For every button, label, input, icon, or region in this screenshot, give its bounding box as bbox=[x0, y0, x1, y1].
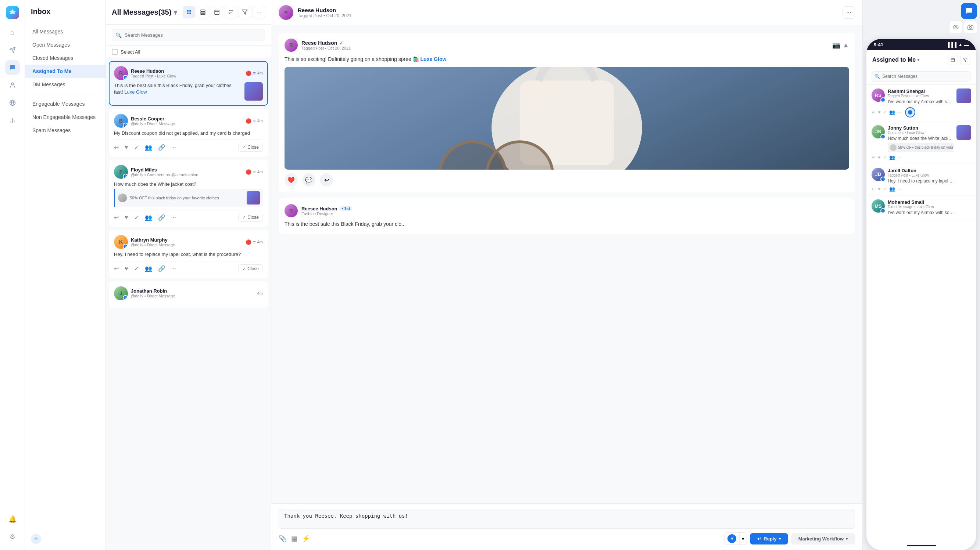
phone-more-2[interactable]: ··· bbox=[897, 155, 901, 160]
phone-like-3[interactable]: ♥ bbox=[878, 186, 881, 192]
sidebar-settings-icon[interactable]: ⚙ bbox=[5, 529, 20, 544]
message-card-5[interactable]: J f Jonathan Robin @dolly • Direct Messa… bbox=[109, 281, 268, 307]
attachment-icon[interactable]: 📎 bbox=[278, 534, 287, 543]
phone-msg-item-2[interactable]: JS f Jonny Sutton Comment • Luxe Glow Ho… bbox=[866, 122, 976, 164]
conv-more-button[interactable]: ··· bbox=[843, 6, 855, 19]
message-card-1[interactable]: R f Reese Hudson Tagged Post • Luxe Glow… bbox=[109, 61, 268, 106]
phone-more-1[interactable]: ··· bbox=[897, 109, 901, 115]
app-logo bbox=[6, 6, 19, 19]
nav-item-assigned[interactable]: Assigned To Me bbox=[25, 65, 105, 78]
add-view-button[interactable]: + bbox=[31, 534, 100, 544]
reply-button[interactable]: ↩ Reply ▾ bbox=[750, 533, 788, 545]
view-compact-button[interactable] bbox=[197, 6, 209, 18]
phone-assign-2[interactable]: 👥 bbox=[889, 155, 895, 160]
nav-item-non-engageable[interactable]: Non Engageable Messages bbox=[25, 111, 105, 124]
phone-msg-item-4[interactable]: MS f Mohamad Small Direct Message • Luxe… bbox=[866, 196, 976, 220]
link-action-3[interactable]: 🔗 bbox=[158, 214, 165, 221]
nav-item-dm[interactable]: DM Messages bbox=[25, 78, 105, 91]
phone-check-1[interactable]: ✓ bbox=[883, 109, 887, 115]
link-action-2[interactable]: 🔗 bbox=[158, 144, 165, 151]
phone-cursor-1[interactable] bbox=[905, 107, 915, 117]
sidebar-messages-icon[interactable] bbox=[5, 60, 20, 75]
search-input[interactable] bbox=[112, 29, 265, 41]
like-action-3[interactable]: ♥ bbox=[125, 214, 128, 221]
reply-action-4[interactable]: ↩ bbox=[114, 265, 119, 272]
check-action-2[interactable]: ✓ bbox=[134, 144, 139, 151]
priority-icon-3: 🔴 bbox=[245, 169, 251, 175]
more-action-3[interactable]: ··· bbox=[171, 214, 176, 221]
more-options-button[interactable]: ··· bbox=[253, 6, 265, 18]
assign-action-3[interactable]: 👥 bbox=[145, 214, 152, 221]
sidebar-globe-icon[interactable] bbox=[5, 95, 20, 110]
phone-time: 9:41 bbox=[874, 42, 883, 48]
close-button-3[interactable]: ✓Close bbox=[238, 213, 263, 222]
msg-time-4: 🔴 ≡ 4m bbox=[245, 239, 263, 245]
nav-item-closed[interactable]: Closed Messages bbox=[25, 51, 105, 65]
nav-item-open[interactable]: Open Messages bbox=[25, 38, 105, 51]
conv-link[interactable]: Luxe Glow bbox=[420, 56, 447, 62]
nav-item-spam[interactable]: Spam Messages bbox=[25, 124, 105, 137]
phone-assign-1[interactable]: 👥 bbox=[889, 109, 895, 115]
message-card-3[interactable]: F f Floyd Miles @dolly • Comment on @acm… bbox=[109, 160, 268, 227]
like-action-2[interactable]: ♥ bbox=[125, 144, 128, 151]
filter-button[interactable] bbox=[239, 6, 251, 18]
close-button-2[interactable]: ✓Close bbox=[238, 143, 263, 152]
assign-action-2[interactable]: 👥 bbox=[145, 144, 152, 151]
sidebar-analytics-icon[interactable] bbox=[5, 113, 20, 128]
sidebar-send-icon[interactable] bbox=[5, 43, 20, 57]
reply-arrow-btn[interactable]: ▾ bbox=[740, 534, 746, 543]
sidebar-home-icon[interactable]: ⌂ bbox=[5, 25, 20, 40]
message-card-2[interactable]: B f Bessie Cooper @dolly • Direct Messag… bbox=[109, 109, 268, 157]
phone-msg-item-3[interactable]: JD f Jarell Dalton Tagged Post • Luxe Gl… bbox=[866, 164, 976, 196]
phone-calendar-button[interactable] bbox=[948, 55, 958, 65]
link-action-4[interactable]: 🔗 bbox=[158, 265, 165, 272]
camera-icon-button[interactable] bbox=[964, 21, 977, 34]
phone-reply-1[interactable]: ↩ bbox=[872, 109, 876, 115]
phone-more-3[interactable]: ··· bbox=[897, 186, 901, 192]
reply-action-3[interactable]: ↩ bbox=[114, 214, 119, 221]
heart-button[interactable]: ❤️ bbox=[285, 173, 298, 187]
phone-check-3[interactable]: ✓ bbox=[883, 186, 887, 192]
svg-rect-9 bbox=[189, 10, 191, 12]
reply-input[interactable]: Thank you Reesee, Keep shopping with us! bbox=[278, 509, 855, 529]
select-all-checkbox[interactable] bbox=[112, 49, 118, 55]
phone-assign-3[interactable]: 👥 bbox=[889, 186, 895, 192]
workflow-icon[interactable]: ⚡ bbox=[302, 534, 310, 543]
marketing-workflow-button[interactable]: Marketing Workflow ▾ bbox=[791, 533, 855, 545]
phone-title-arrow[interactable]: ▾ bbox=[917, 57, 920, 62]
message-card-4[interactable]: K f Kathryn Murphy @dolly • Direct Messa… bbox=[109, 230, 268, 278]
like-action-4[interactable]: ♥ bbox=[125, 265, 128, 272]
inbox-title: Inbox bbox=[31, 7, 50, 16]
check-action-4[interactable]: ✓ bbox=[134, 265, 139, 272]
sidebar-contacts-icon[interactable] bbox=[5, 78, 20, 92]
phone-search-input[interactable] bbox=[872, 71, 971, 81]
view-list-button[interactable] bbox=[183, 6, 195, 18]
phone-check-2[interactable]: ✓ bbox=[883, 155, 887, 160]
sidebar-notifications-icon[interactable]: 🔔 bbox=[5, 512, 20, 526]
sort-button[interactable] bbox=[224, 6, 237, 18]
reply-avatar-btn[interactable]: R bbox=[724, 533, 740, 545]
grid-icon[interactable]: ▦ bbox=[291, 534, 298, 543]
calendar-button[interactable] bbox=[211, 6, 223, 18]
more-action-2[interactable]: ··· bbox=[171, 144, 176, 151]
check-action-3[interactable]: ✓ bbox=[134, 214, 139, 221]
phone-reply-2[interactable]: ↩ bbox=[872, 155, 876, 160]
collapse-button[interactable]: ▲ bbox=[843, 41, 849, 49]
more-action-4[interactable]: ··· bbox=[171, 265, 176, 272]
phone-reply-3[interactable]: ↩ bbox=[872, 186, 876, 192]
close-button-4[interactable]: ✓Close bbox=[238, 264, 263, 273]
phone-msg-item-1[interactable]: RS f Rashmi Shehgal Tagged Post • Luxe G… bbox=[866, 85, 976, 122]
dropdown-arrow-icon[interactable]: ▾ bbox=[173, 8, 177, 16]
nav-item-engageable[interactable]: Engageable Messages bbox=[25, 97, 105, 111]
phone-like-2[interactable]: ♥ bbox=[878, 155, 881, 160]
reply-action-2[interactable]: ↩ bbox=[114, 144, 119, 151]
eye-icon-button[interactable] bbox=[949, 21, 963, 34]
phone-filter-button[interactable] bbox=[960, 55, 970, 65]
comment-button[interactable]: 💬 bbox=[302, 173, 315, 187]
phone-like-1[interactable]: ♥ bbox=[878, 109, 881, 115]
chat-icon-button[interactable] bbox=[961, 3, 977, 19]
nav-item-all[interactable]: All Messages bbox=[25, 25, 105, 38]
share-button[interactable]: ↩ bbox=[320, 173, 333, 187]
assign-action-4[interactable]: 👥 bbox=[145, 265, 152, 272]
phone-badge-1: f bbox=[880, 97, 886, 103]
